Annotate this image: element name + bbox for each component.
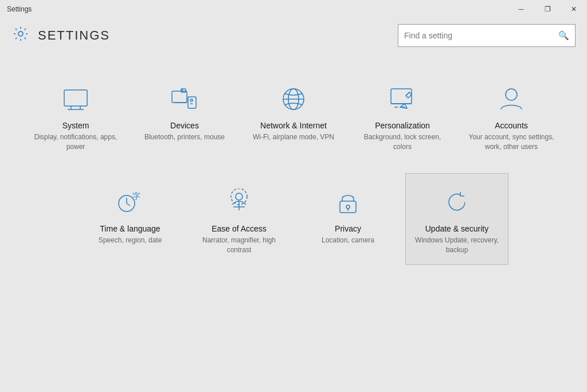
tile-title-update: Update & security xyxy=(425,224,489,233)
svg-rect-6 xyxy=(188,97,196,108)
tile-title-ease: Ease of Access xyxy=(212,224,267,233)
search-input[interactable] xyxy=(404,31,558,40)
svg-rect-5 xyxy=(172,91,187,103)
settings-tile-ease[interactable]: Ease of AccessNarrator, magnifier, high … xyxy=(187,173,291,265)
svg-rect-8 xyxy=(181,89,186,92)
settings-tile-update[interactable]: Update & securityWindows Update, recover… xyxy=(405,173,508,265)
maximize-button[interactable]: ❐ xyxy=(534,0,561,18)
svg-point-0 xyxy=(18,32,23,36)
svg-text:字: 字 xyxy=(132,191,140,201)
tile-title-system: System xyxy=(62,121,89,130)
close-button[interactable]: ✕ xyxy=(561,0,587,18)
settings-tile-personalization[interactable]: PersonalizationBackground, lock screen, … xyxy=(351,70,454,162)
update-icon xyxy=(443,187,471,217)
tile-subtitle-update: Windows Update, recovery, backup xyxy=(413,236,501,255)
svg-point-23 xyxy=(236,193,242,200)
time-icon: 字 xyxy=(116,187,144,217)
devices-icon xyxy=(171,84,198,114)
tile-subtitle-devices: Bluetooth, printers, mouse xyxy=(144,132,225,142)
tile-title-accounts: Accounts xyxy=(495,121,528,130)
tile-title-network: Network & Internet xyxy=(260,121,327,130)
settings-grid-row2: 字Time & languageSpeech, region, dateEase… xyxy=(23,173,564,265)
privacy-icon xyxy=(334,187,362,217)
svg-point-10 xyxy=(190,99,193,101)
settings-tile-network[interactable]: Network & InternetWi-Fi, airplane mode, … xyxy=(242,70,345,162)
accounts-icon xyxy=(498,84,525,114)
settings-tile-devices[interactable]: DevicesBluetooth, printers, mouse xyxy=(133,70,236,162)
tile-subtitle-time: Speech, region, date xyxy=(99,236,162,245)
svg-line-21 xyxy=(127,203,130,206)
settings-tile-time[interactable]: 字Time & languageSpeech, region, date xyxy=(79,173,182,265)
system-icon xyxy=(62,84,89,114)
header: SETTINGS 🔍 xyxy=(0,18,587,53)
header-left: SETTINGS xyxy=(11,25,110,47)
svg-rect-15 xyxy=(391,89,412,104)
settings-icon xyxy=(11,25,30,47)
title-bar: Settings ─ ❐ ✕ xyxy=(0,0,587,18)
minimize-button[interactable]: ─ xyxy=(508,0,534,18)
tile-subtitle-accounts: Your account, sync settings, work, other… xyxy=(467,132,555,152)
settings-tile-system[interactable]: SystemDisplay, notifications, apps, powe… xyxy=(24,70,127,162)
main-content: SystemDisplay, notifications, apps, powe… xyxy=(0,53,587,392)
tile-subtitle-network: Wi-Fi, airplane mode, VPN xyxy=(253,132,334,142)
tile-subtitle-personalization: Background, lock screen, colors xyxy=(358,132,447,152)
svg-point-18 xyxy=(506,89,517,100)
tile-subtitle-ease: Narrator, magnifier, high contrast xyxy=(195,236,283,255)
settings-tile-privacy[interactable]: PrivacyLocation, camera xyxy=(296,173,400,265)
svg-line-17 xyxy=(406,92,409,96)
tile-title-privacy: Privacy xyxy=(335,224,361,233)
tile-title-time: Time & language xyxy=(100,224,160,233)
svg-rect-1 xyxy=(64,90,87,106)
personalization-icon xyxy=(389,84,416,114)
title-bar-text: Settings xyxy=(7,5,32,13)
tile-subtitle-privacy: Location, camera xyxy=(322,236,374,245)
tile-title-personalization: Personalization xyxy=(375,121,430,130)
ease-icon xyxy=(225,187,253,217)
tile-subtitle-system: Display, notifications, apps, power xyxy=(32,132,120,152)
settings-tile-accounts[interactable]: AccountsYour account, sync settings, wor… xyxy=(460,70,563,162)
header-title: SETTINGS xyxy=(38,28,110,43)
network-icon xyxy=(280,84,307,114)
search-box[interactable]: 🔍 xyxy=(398,24,576,47)
svg-point-28 xyxy=(346,205,350,209)
search-icon: 🔍 xyxy=(558,30,569,41)
tile-title-devices: Devices xyxy=(170,121,199,130)
title-bar-controls: ─ ❐ ✕ xyxy=(508,0,587,18)
settings-grid-row1: SystemDisplay, notifications, apps, powe… xyxy=(23,70,564,162)
